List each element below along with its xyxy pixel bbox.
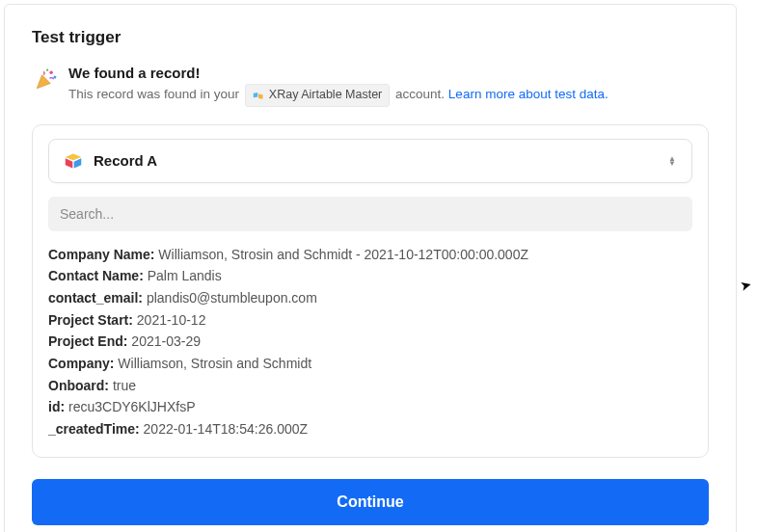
svg-marker-7 xyxy=(66,158,73,168)
field-row: Onboard: true xyxy=(48,376,692,397)
field-value: 2021-03-29 xyxy=(127,333,201,349)
learn-more-link[interactable]: Learn more about test data. xyxy=(448,87,608,101)
field-row: Project End: 2021-03-29 xyxy=(48,332,692,353)
field-value: Williamson, Strosin and Schmidt - 2021-1… xyxy=(154,247,528,262)
field-row: _createdTime: 2022-01-14T18:54:26.000Z xyxy=(48,419,692,440)
field-value: 2021-10-12 xyxy=(133,312,206,328)
field-row: Contact Name: Palm Landis xyxy=(48,266,692,287)
field-row: Project Start: 2021-10-12 xyxy=(48,310,692,332)
record-fields: Company Name: Williamson, Strosin and Sc… xyxy=(48,245,692,440)
svg-marker-8 xyxy=(74,158,82,168)
record-card: Record A ▲▼ Company Name: Williamson, St… xyxy=(32,124,709,458)
found-sub-prefix: This record was found in your xyxy=(68,87,239,101)
sort-icon: ▲▼ xyxy=(666,156,678,166)
airtable-icon xyxy=(63,150,84,172)
field-row: Company: Williamson, Strosin and Schmidt xyxy=(48,354,692,375)
field-value: 2022-01-14T18:54:26.000Z xyxy=(140,421,308,437)
found-record-banner: We found a record! This record was found… xyxy=(32,65,709,107)
record-select[interactable]: Record A ▲▼ xyxy=(48,139,692,183)
field-label: id: xyxy=(48,399,65,414)
account-name: XRay Airtable Master xyxy=(269,87,382,104)
field-row: id: recu3CDY6KlJHXfsP xyxy=(48,397,692,418)
found-subtext: This record was found in your XRay Airta… xyxy=(68,84,709,107)
svg-rect-3 xyxy=(46,68,49,71)
search-input[interactable] xyxy=(48,197,692,231)
page-title: Test trigger xyxy=(32,28,709,47)
svg-marker-0 xyxy=(37,75,50,89)
account-pill[interactable]: XRay Airtable Master xyxy=(245,84,390,107)
svg-marker-6 xyxy=(66,153,82,160)
zapier-app-icon xyxy=(253,90,264,101)
field-value: recu3CDY6KlJHXfsP xyxy=(65,399,195,414)
field-label: contact_email: xyxy=(48,290,143,306)
test-trigger-panel: Test trigger We found a record! This rec… xyxy=(4,4,737,532)
field-label: Contact Name: xyxy=(48,268,144,283)
field-label: Project Start: xyxy=(48,312,133,328)
continue-button[interactable]: Continue xyxy=(32,479,709,525)
field-value: plandis0@stumbleupon.com xyxy=(143,290,317,306)
field-row: contact_email: plandis0@stumbleupon.com xyxy=(48,288,692,309)
found-heading: We found a record! xyxy=(68,65,709,81)
record-name: Record A xyxy=(94,152,666,169)
field-label: _createdTime: xyxy=(48,421,140,437)
svg-point-1 xyxy=(49,70,53,74)
confetti-icon xyxy=(32,66,59,93)
field-value: Palm Landis xyxy=(144,268,222,283)
field-label: Project End: xyxy=(48,333,127,349)
found-sub-suffix: account. xyxy=(395,87,445,101)
field-label: Company Name: xyxy=(48,247,154,262)
field-row: Company Name: Williamson, Strosin and Sc… xyxy=(48,245,692,266)
field-label: Onboard: xyxy=(48,378,109,393)
svg-rect-4 xyxy=(254,93,258,97)
svg-rect-5 xyxy=(258,93,263,98)
cursor-icon: ➤ xyxy=(739,277,754,295)
field-value: true xyxy=(109,378,136,393)
field-label: Company: xyxy=(48,356,114,371)
field-value: Williamson, Strosin and Schmidt xyxy=(114,356,311,371)
